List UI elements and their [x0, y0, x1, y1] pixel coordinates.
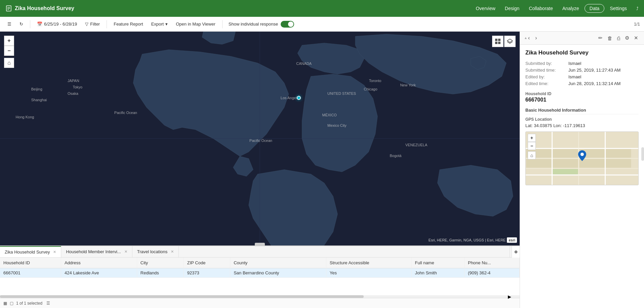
open-map-viewer-button[interactable]: Open in Map Viewer [172, 20, 219, 28]
svg-rect-26 [606, 159, 631, 168]
share-icon[interactable]: ⤴ [636, 6, 639, 11]
prev-record-button[interactable]: ‹ [526, 34, 532, 42]
export-button[interactable]: Export ▾ [148, 20, 171, 28]
side-panel-nav: ‹ › [526, 34, 539, 42]
feature-report-button[interactable]: Feature Report [110, 20, 146, 28]
mini-zoom-out[interactable]: − [528, 142, 536, 150]
home-button[interactable]: ⌂ [4, 58, 14, 68]
col-structure[interactable]: Structure Accessible [326, 258, 411, 268]
tab-travel-label: Travel locations [137, 249, 168, 254]
filter-label: Filter [90, 22, 100, 27]
refresh-button[interactable]: ↻ [16, 20, 27, 28]
mini-home[interactable]: ⌂ [528, 151, 536, 159]
svg-rect-9 [495, 42, 497, 44]
select-all-icon[interactable]: ▦ [3, 301, 7, 306]
left-column: CANADA UNITED STATES Toronto Chicago New… [0, 32, 520, 308]
date-range-button[interactable]: 📅 6/25/19 - 6/28/19 [34, 20, 80, 28]
table-area: Zika Household Survey ✕ Household Member… [0, 245, 520, 308]
nav-design[interactable]: Design [501, 4, 524, 13]
show-individual-group: Show individual response [229, 21, 294, 28]
tab-household-close[interactable]: ✕ [124, 249, 127, 254]
gps-value: Lat: 34.03875 Lon: -117.19613 [525, 123, 639, 128]
close-panel-button[interactable]: ✕ [632, 34, 640, 42]
household-id-section: Household ID 6667001 [525, 91, 639, 103]
nav-collaborate[interactable]: Collaborate [525, 4, 557, 13]
print-button[interactable]: ⎙ [615, 34, 622, 42]
nav-overview[interactable]: Overview [472, 4, 499, 13]
submitted-by-value: Ismael [568, 61, 581, 66]
map-marker[interactable] [297, 96, 301, 100]
zoom-in-button[interactable]: + [4, 36, 14, 46]
nav-analyze[interactable]: Analyze [558, 4, 583, 13]
col-address[interactable]: Address [61, 258, 137, 268]
side-panel: ▲ ‹ › ✏ 🗑 ⎙ ⚙ ✕ Zika Household Survey Su… [520, 32, 644, 308]
toolbar: ☰ ↻ 📅 6/25/19 - 6/28/19 ▽ Filter Feature… [0, 17, 644, 32]
tab-zika-household[interactable]: Zika Household Survey ✕ [0, 246, 61, 257]
mini-map[interactable]: + − ⌂ [525, 131, 639, 185]
page-indicator: 1/1 [634, 22, 640, 27]
household-id-label: Household ID [525, 91, 639, 96]
meta-edited-time: Edited time: Jun 28, 2019, 11:32:14 AM [525, 81, 639, 86]
svg-point-28 [580, 153, 584, 156]
app-logo: Zika Household Survey [5, 5, 472, 12]
selection-count: 1 of 1 selected [16, 301, 42, 306]
col-fullname[interactable]: Full name [411, 258, 464, 268]
basemap-icon [495, 38, 501, 44]
tab-zika-close[interactable]: ✕ [53, 250, 56, 254]
svg-rect-20 [553, 159, 578, 168]
basemap-button[interactable] [492, 36, 504, 47]
map-container[interactable]: CANADA UNITED STATES Toronto Chicago New… [0, 32, 520, 245]
submitted-time-label: Submitted time: [525, 68, 566, 73]
collapse-handle[interactable] [255, 243, 265, 245]
tab-household-member[interactable]: Household Member Intervi... ✕ [61, 246, 132, 257]
separator-1 [30, 20, 30, 28]
col-county[interactable]: County [230, 258, 326, 268]
meta-edited-by: Edited by: Ismael [525, 74, 639, 79]
panel-title: Zika Household Survey [525, 49, 639, 56]
feature-report-label: Feature Report [114, 22, 143, 27]
tab-travel-close[interactable]: ✕ [171, 249, 174, 254]
edit-button[interactable]: ✏ [597, 34, 604, 42]
add-column-button[interactable]: ⊕ [512, 246, 520, 258]
layers-button[interactable] [504, 36, 516, 47]
show-individual-toggle[interactable] [281, 21, 294, 28]
date-range-label: 6/25/19 - 6/28/19 [44, 22, 77, 27]
col-household-id[interactable]: Household ID [0, 258, 61, 268]
cell-zip: 92373 [184, 268, 230, 278]
esri-logo: esri [507, 237, 517, 243]
zoom-out-button[interactable]: − [4, 46, 14, 56]
horizontal-scroll[interactable]: ▶ [0, 295, 520, 298]
open-map-label: Open in Map Viewer [176, 22, 215, 27]
menu-button[interactable]: ☰ [4, 20, 15, 28]
data-table-wrapper[interactable]: Household ID Address City ZIP Code Count… [0, 258, 520, 295]
layer-controls [492, 36, 516, 47]
tab-travel[interactable]: Travel locations ✕ [132, 246, 179, 257]
filter-icon: ▽ [85, 22, 88, 27]
mini-zoom-in[interactable]: + [528, 134, 536, 142]
mini-map-pin [578, 150, 586, 162]
table-row[interactable]: 6667001 424 Lakeside Ave Redlands 92373 … [0, 268, 520, 278]
cell-fullname: John Smith [411, 268, 464, 278]
delete-button[interactable]: 🗑 [606, 34, 614, 42]
col-phone[interactable]: Phone Nu... [464, 258, 519, 268]
svg-rect-19 [553, 149, 578, 158]
scroll-right-arrow[interactable]: ▶ [506, 295, 513, 298]
scroll-thumb [0, 295, 364, 298]
options-icon[interactable]: ☰ [46, 301, 50, 306]
nav-settings[interactable]: Settings [606, 4, 631, 13]
filter-button[interactable]: ▽ Filter [82, 20, 103, 28]
meta-submitted-by: Submitted by: Ismael [525, 61, 639, 66]
edited-by-value: Ismael [568, 74, 581, 79]
cell-city: Redlands [137, 268, 184, 278]
next-record-button[interactable]: › [533, 34, 539, 42]
cell-phone: (909) 362-4 [464, 268, 519, 278]
deselect-icon[interactable]: ▢ [10, 301, 13, 306]
gps-label: GPS Location [525, 117, 639, 122]
layers-icon [507, 38, 513, 44]
nav-data[interactable]: Data [585, 4, 605, 13]
tab-zika-household-label: Zika Household Survey [5, 249, 50, 255]
col-city[interactable]: City [137, 258, 184, 268]
col-zip[interactable]: ZIP Code [184, 258, 230, 268]
settings-button[interactable]: ⚙ [623, 34, 631, 42]
data-table: Household ID Address City ZIP Code Count… [0, 258, 520, 278]
